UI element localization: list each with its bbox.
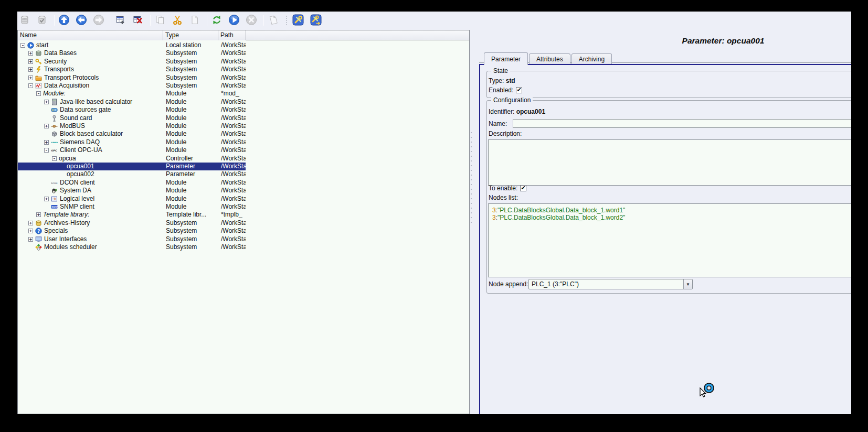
delete-item-button[interactable] <box>132 15 144 26</box>
refresh-icon <box>211 14 223 27</box>
tree-row-transports[interactable]: +TransportsSubsystem/WorkStation... <box>18 66 246 73</box>
tree-cell-path: /WorkStation... <box>218 163 246 170</box>
tree-row-logical-level[interactable]: +Logical levelModule/WorkStation... <box>18 195 246 203</box>
configuration-legend: Configuration <box>491 96 533 104</box>
tree-row-snmp-client[interactable]: SNMPSNMP clientModule/WorkStation... <box>18 203 246 211</box>
expand-expander[interactable]: + <box>28 221 33 225</box>
collapse-expander[interactable]: - <box>52 156 57 161</box>
expand-expander[interactable]: + <box>28 51 33 56</box>
ui-icon <box>35 236 42 243</box>
cut-item-button[interactable] <box>172 15 183 26</box>
expand-expander[interactable]: + <box>28 237 33 242</box>
description-textarea[interactable] <box>488 139 851 186</box>
tree-item-label: Module: <box>43 90 66 98</box>
name-input[interactable] <box>513 119 851 128</box>
tree-row-specials[interactable]: +?SpecialsSubsystem/WorkStation... <box>18 227 246 235</box>
tree-cell-path: /WorkStation... <box>218 195 246 203</box>
tree-row-siemens-daq[interactable]: +SIEMENSSiemens DAQModule/WorkStation... <box>18 138 246 146</box>
tree-row-transport-protocols[interactable]: +Transport ProtocolsSubsystem/WorkStatio… <box>18 74 246 82</box>
sound-icon <box>51 115 58 122</box>
tree-row-modules-scheduler[interactable]: Modules schedulerSubsystem/WorkStation..… <box>18 243 246 251</box>
tree-cell-name: +Transports <box>18 66 163 73</box>
previous-button[interactable] <box>76 15 87 26</box>
tree-cell-name: -OPCClient OPC-UA <box>18 146 163 154</box>
tree-row-data-sources-gate[interactable]: Data sources gateModule/WorkStation... <box>18 106 246 114</box>
column-header-path[interactable]: Path <box>218 30 246 40</box>
tree-cell-name: System DA <box>18 187 163 195</box>
collapse-expander[interactable]: - <box>36 91 41 96</box>
tree-row-opcua001[interactable]: opcua001Parameter/WorkStation... <box>18 163 246 170</box>
collapse-expander[interactable]: - <box>28 83 33 88</box>
tree-row-sound-card[interactable]: Sound cardModule/WorkStation... <box>18 114 246 122</box>
expand-expander[interactable]: + <box>28 67 33 72</box>
tree-cell-type: Subsystem <box>163 49 218 57</box>
tree-row-module[interactable]: -Module:Module*mod_ <box>18 90 246 98</box>
up-button[interactable] <box>58 15 70 26</box>
chevron-down-icon[interactable]: ▼ <box>683 279 692 289</box>
tree-row-opcua002[interactable]: opcua002Parameter/WorkStation... <box>18 170 246 178</box>
nodes-list-box[interactable]: 3:"PLC.DataBlocksGlobal.Data_block_1.wor… <box>488 203 851 277</box>
tree-item-label: Data Acquisition <box>44 82 89 90</box>
tree-cell-type: Module <box>163 106 218 114</box>
enabled-label: Enabled: <box>489 87 513 94</box>
tree-cell-name: +ModBUS <box>18 122 163 130</box>
qtcfg-launcher-button[interactable] <box>292 14 304 27</box>
tree-cell-type: Parameter <box>163 170 218 178</box>
tree-item-label: DCON client <box>60 179 95 187</box>
tree-row-data-acquisition[interactable]: -Data AcquisitionSubsystem/WorkStation..… <box>18 82 246 90</box>
refresh-button[interactable] <box>211 15 223 26</box>
tree-cell-name: +SIEMENSSiemens DAQ <box>18 138 163 146</box>
tree-row-data-bases[interactable]: +Data BasesSubsystem/WorkStation... <box>18 49 246 57</box>
tree-row-client-opc-ua[interactable]: -OPCClient OPC-UAModule/WorkStation... <box>18 146 246 154</box>
collapse-expander[interactable]: - <box>20 43 25 48</box>
tree-cell-type: Module <box>163 90 218 98</box>
panel-splitter[interactable] <box>470 132 472 224</box>
expand-expander[interactable]: + <box>44 124 49 128</box>
transports-icon <box>35 66 42 73</box>
enabled-checkbox[interactable] <box>516 87 522 93</box>
tree-row-dcon-client[interactable]: DCONDCON clientModule/WorkStation... <box>18 179 246 187</box>
tree-cell-name: opcua002 <box>18 170 163 178</box>
tree-cell-name: +Java-like based calculator <box>18 98 163 106</box>
collapse-expander[interactable]: - <box>44 148 49 153</box>
logical-icon <box>51 196 58 202</box>
expand-expander[interactable]: + <box>44 197 49 201</box>
tree-row-block-based-calculator[interactable]: Block based calculatorModule/WorkStation… <box>18 130 246 138</box>
tree-row-start[interactable]: -startLocal station/WorkStation... <box>18 41 246 49</box>
name-label: Name: <box>489 120 507 127</box>
tab-parameter[interactable]: Parameter <box>484 52 528 65</box>
tree-row-archives-history[interactable]: +Archives-HistorySubsystem/WorkStation..… <box>18 219 246 227</box>
add-item-button[interactable] <box>115 15 126 26</box>
tree-cell-name: -start <box>18 41 163 49</box>
svg-text:DCON: DCON <box>51 182 57 185</box>
tree-row-system-da[interactable]: System DAModule/WorkStation... <box>18 187 246 195</box>
tree-item-label: opcua001 <box>67 163 94 170</box>
tree-row-security[interactable]: +SecuritySubsystem/WorkStation... <box>18 58 246 66</box>
to-enable-checkbox[interactable] <box>520 185 526 191</box>
start-update-button[interactable] <box>228 15 240 26</box>
tree-row-modbus[interactable]: +ModBUSModule/WorkStation... <box>18 122 246 130</box>
column-header-type[interactable]: Type <box>163 30 218 40</box>
tree-row-user-interfaces[interactable]: +User InterfacesSubsystem/WorkStation... <box>18 235 246 243</box>
tree-item-label: Security <box>44 58 67 66</box>
tree-row-opcua[interactable]: -opcuaController/WorkStation... <box>18 155 246 163</box>
expand-expander[interactable]: + <box>28 59 33 64</box>
tree-item-label: opcua <box>59 155 76 163</box>
tree-row-template-library[interactable]: +Template library:Template libr...*tmplb… <box>18 211 246 219</box>
vision-launcher-button[interactable] <box>310 14 322 27</box>
tree-cell-type: Parameter <box>163 163 218 170</box>
tree-row-java-like-based-calculator[interactable]: +Java-like based calculatorModule/WorkSt… <box>18 98 246 106</box>
expand-expander[interactable]: + <box>44 100 49 104</box>
tab-archiving[interactable]: Archiving <box>571 53 612 64</box>
tab-attributes[interactable]: Attributes <box>529 53 570 64</box>
column-header-name[interactable]: Name <box>18 30 163 40</box>
tree-item-label: Archives-History <box>44 219 90 227</box>
expand-expander[interactable]: + <box>44 140 49 145</box>
page-title: Parameter: opcua001 <box>618 36 828 46</box>
expand-expander[interactable]: + <box>36 212 41 217</box>
circle-up-icon <box>58 14 70 27</box>
expand-expander[interactable]: + <box>28 229 33 233</box>
tree-item-label: Block based calculator <box>60 130 123 138</box>
node-append-combobox[interactable]: PLC_1 (3:"PLC") ▼ <box>528 279 693 289</box>
expand-expander[interactable]: + <box>28 75 33 80</box>
